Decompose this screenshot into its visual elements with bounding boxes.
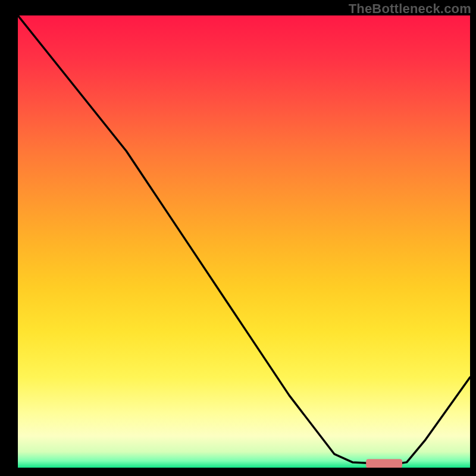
chart-frame: TheBottleneck.com <box>0 0 476 476</box>
marker-band <box>366 459 402 468</box>
watermark-text: TheBottleneck.com <box>349 1 471 17</box>
gradient-background <box>18 15 470 468</box>
plot-area <box>18 15 470 468</box>
chart-svg <box>18 15 470 468</box>
